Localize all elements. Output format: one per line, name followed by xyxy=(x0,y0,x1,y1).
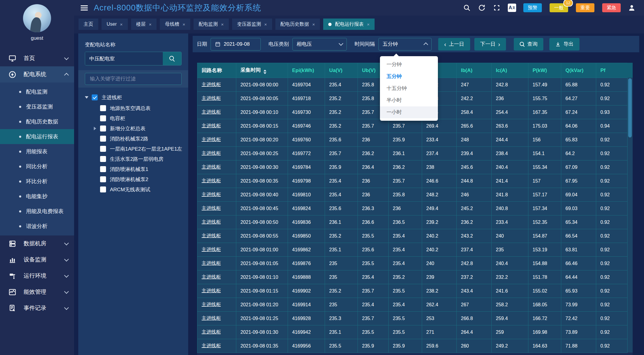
tree-node-电容柜[interactable]: 电容柜 xyxy=(94,113,182,123)
sidebar-item-设备监测[interactable]: 设备监测 xyxy=(0,252,74,268)
prev-day-button[interactable]: ‹ 上一日 xyxy=(438,38,470,51)
checkbox-unchecked[interactable] xyxy=(100,105,106,111)
interval-select[interactable]: 五分钟 xyxy=(378,38,432,51)
checkbox-checked[interactable] xyxy=(92,94,98,100)
tree-node-地源热泵空调总表[interactable]: 地源热泵空调总表 xyxy=(94,103,182,113)
circuit-link[interactable]: 主进线柜 xyxy=(202,247,221,252)
sidebar-item-同比分析[interactable]: 同比分析 xyxy=(0,159,74,174)
tree-node-root[interactable]: 主进线柜 xyxy=(85,92,182,103)
query-button[interactable]: 查询 xyxy=(514,38,543,51)
interval-option-一分钟[interactable]: 一分钟 xyxy=(380,59,438,71)
sidebar-item-数据机房[interactable]: 数据机房 xyxy=(0,235,74,252)
fullscreen-icon[interactable] xyxy=(493,4,501,12)
circuit-link[interactable]: 主进线柜 xyxy=(202,233,221,238)
tab-变压器监测[interactable]: 变压器监测× xyxy=(232,19,272,30)
tab-配电监测[interactable]: 配电监测× xyxy=(194,19,229,30)
sidebar-item-电能集抄[interactable]: 电能集抄 xyxy=(0,189,74,204)
date-picker[interactable]: 2021-09-08 xyxy=(211,38,261,51)
tree-node-生活水泵2路一层弱电房[interactable]: 生活水泵2路一层弱电房 xyxy=(94,154,182,164)
circuit-link[interactable]: 主进线柜 xyxy=(202,151,221,156)
checkbox-unchecked[interactable] xyxy=(100,176,106,182)
alarm-badge-2[interactable]: 一般12 xyxy=(550,3,568,12)
interval-option-一小时[interactable]: 一小时 xyxy=(380,106,438,118)
sidebar-item-用能及电费报表[interactable]: 用能及电费报表 xyxy=(0,204,74,219)
circuit-link[interactable]: 主进线柜 xyxy=(202,164,221,169)
voltage-type-select[interactable]: 相电压 xyxy=(292,38,347,51)
interval-option-十五分钟[interactable]: 十五分钟 xyxy=(380,82,438,94)
checkbox-unchecked[interactable] xyxy=(100,136,106,142)
export-button[interactable]: 导出 xyxy=(549,38,579,51)
checkbox-unchecked[interactable] xyxy=(100,115,106,121)
circuit-link[interactable]: 主进线柜 xyxy=(202,288,221,293)
circuit-link[interactable]: 主进线柜 xyxy=(202,274,221,279)
circuit-link[interactable]: 主进线柜 xyxy=(202,96,221,101)
tree-node-新增分立柜总表[interactable]: 新增分立柜总表 xyxy=(94,123,182,134)
tab-配电运行报表[interactable]: 配电运行报表× xyxy=(323,19,375,30)
sidebar-item-能效管理[interactable]: 能效管理 xyxy=(0,284,74,300)
interval-option-半小时[interactable]: 半小时 xyxy=(380,94,438,106)
tab-User[interactable]: User× xyxy=(102,19,128,30)
tab-close-icon[interactable]: × xyxy=(264,22,267,27)
station-search-button[interactable] xyxy=(163,52,181,65)
circuit-link[interactable]: 主进线柜 xyxy=(202,206,221,211)
caret-down-icon[interactable] xyxy=(85,96,88,99)
tab-配电历史数据[interactable]: 配电历史数据× xyxy=(275,19,320,30)
sidebar-item-变压器监测[interactable]: 变压器监测 xyxy=(0,99,74,114)
sidebar-item-运行环境[interactable]: 运行环境 xyxy=(0,268,74,284)
circuit-link[interactable]: 主进线柜 xyxy=(202,178,221,183)
user-avatar[interactable] xyxy=(23,4,51,32)
checkbox-unchecked[interactable] xyxy=(100,126,106,131)
sidebar-item-谐波分析[interactable]: 谐波分析 xyxy=(0,219,74,234)
interval-option-五分钟[interactable]: 五分钟 xyxy=(380,71,438,82)
tree-filter-input[interactable] xyxy=(85,73,182,85)
sidebar-toggle-icon[interactable] xyxy=(81,5,88,10)
sidebar-item-事件记录[interactable]: 事件记录 xyxy=(0,300,74,316)
alarm-badge-3[interactable]: 重要 xyxy=(576,3,594,12)
tree-node-ARCM无线表测试[interactable]: ARCM无线表测试 xyxy=(94,184,182,195)
tree-node-消防栓机械泵2路[interactable]: 消防栓机械泵2路 xyxy=(94,134,182,144)
circuit-link[interactable]: 主进线柜 xyxy=(202,219,221,224)
language-icon[interactable]: A文 xyxy=(508,4,516,12)
refresh-icon[interactable] xyxy=(478,4,486,12)
tab-close-icon[interactable]: × xyxy=(312,22,315,27)
next-day-button[interactable]: 下一日 › xyxy=(474,38,506,51)
scrollbar-thumb[interactable] xyxy=(628,78,632,137)
user-icon[interactable] xyxy=(628,4,636,12)
tab-close-icon[interactable]: × xyxy=(221,22,224,27)
tab-楼层[interactable]: 楼层× xyxy=(131,19,157,30)
circuit-link[interactable]: 主进线柜 xyxy=(202,302,221,307)
column-header-采集时间[interactable]: 采集时间 xyxy=(236,63,288,78)
station-name-input[interactable] xyxy=(85,52,163,65)
tab-close-icon[interactable]: × xyxy=(367,22,369,27)
tab-母线槽[interactable]: 母线槽× xyxy=(160,19,190,30)
sidebar-item-配电系统[interactable]: 配电系统 xyxy=(0,66,74,82)
alarm-badge-1[interactable]: 预警 xyxy=(523,3,542,12)
caret-right-icon[interactable] xyxy=(94,127,96,130)
circuit-link[interactable]: 主进线柜 xyxy=(202,192,221,197)
sidebar-item-配电运行报表[interactable]: 配电运行报表 xyxy=(0,129,74,144)
sort-icon[interactable] xyxy=(263,70,266,74)
circuit-link[interactable]: 主进线柜 xyxy=(202,329,221,334)
tab-close-icon[interactable]: × xyxy=(149,22,152,27)
checkbox-unchecked[interactable] xyxy=(100,156,106,162)
circuit-link[interactable]: 主进线柜 xyxy=(202,82,221,87)
circuit-link[interactable]: 主进线柜 xyxy=(202,343,221,348)
circuit-link[interactable]: 主进线柜 xyxy=(202,123,221,128)
circuit-link[interactable]: 主进线柜 xyxy=(202,109,221,114)
sidebar-item-配电监测[interactable]: 配电监测 xyxy=(0,84,74,99)
sidebar-item-配电历史数据[interactable]: 配电历史数据 xyxy=(0,114,74,129)
tab-主页[interactable]: 主页 xyxy=(79,19,98,30)
tab-close-icon[interactable]: × xyxy=(183,22,185,27)
circuit-link[interactable]: 主进线柜 xyxy=(202,137,221,142)
checkbox-unchecked[interactable] xyxy=(100,146,106,152)
tree-node-一层南1APE2右一层北1APE1左[interactable]: 一层南1APE2右一层北1APE1左 xyxy=(94,144,182,154)
sidebar-item-环比分析[interactable]: 环比分析 xyxy=(0,174,74,189)
checkbox-unchecked[interactable] xyxy=(100,166,106,172)
sidebar-item-用能报表[interactable]: 用能报表 xyxy=(0,144,74,159)
sidebar-item-首页[interactable]: 首页 xyxy=(0,50,74,66)
tree-node-消防喷淋机械泵1[interactable]: 消防喷淋机械泵1 xyxy=(94,164,182,174)
checkbox-unchecked[interactable] xyxy=(100,186,106,192)
circuit-link[interactable]: 主进线柜 xyxy=(202,316,221,321)
circuit-link[interactable]: 主进线柜 xyxy=(202,261,221,266)
search-icon[interactable] xyxy=(463,4,471,12)
